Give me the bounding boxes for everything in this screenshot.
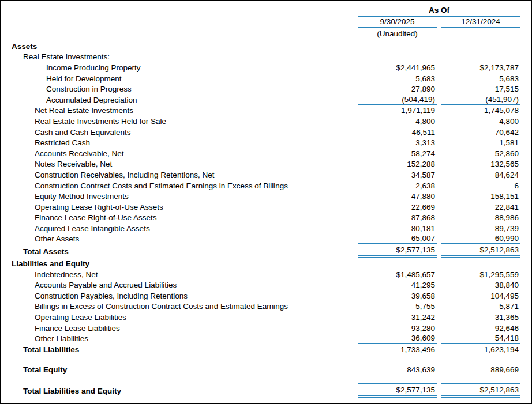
- value-current-period: 47,880: [358, 191, 437, 202]
- value-prior-period: 889,669: [441, 365, 520, 376]
- value-current-period: 34,587: [358, 169, 437, 180]
- row-label: Total Liabilities and Equity: [1, 387, 358, 395]
- table-row: Real Estate Investments:: [1, 52, 531, 63]
- row-label: Total Assets: [1, 247, 358, 256]
- row-label: Construction in Progress: [1, 85, 358, 93]
- table-row: Operating Lease Right-of-Use Assets22,66…: [1, 202, 531, 213]
- value-prior-period: 4,800: [441, 116, 520, 127]
- table-row: Total Liabilities and Equity$2,577,135$2…: [1, 383, 531, 398]
- table-row: Net Real Estate Investments1,971,1191,74…: [1, 105, 531, 116]
- row-label: Accumulated Depreciation: [1, 96, 358, 104]
- row-label: Operating Lease Right-of-Use Assets: [1, 203, 358, 212]
- value-current-period: 5,755: [358, 301, 437, 312]
- value-current-period: 2,638: [358, 180, 437, 191]
- value-current-period: 1,971,119: [358, 105, 437, 116]
- table-row: Total Equity843,639889,669: [1, 365, 531, 376]
- value-current-period: 843,639: [358, 365, 437, 376]
- value-prior-period: 104,495: [441, 290, 520, 301]
- value-prior-period: 6: [441, 180, 520, 191]
- value-prior-period: 31,365: [441, 312, 520, 323]
- value-prior-period: 158,151: [441, 191, 520, 202]
- value-prior-period: $2,512,863: [441, 244, 520, 258]
- table-row: Assets: [1, 41, 531, 52]
- table-row: Notes Receivable, Net152,288132,565: [1, 159, 531, 170]
- table-row: Construction Payables, Including Retenti…: [1, 290, 531, 301]
- row-label: Notes Receivable, Net: [1, 160, 358, 168]
- row-label: Cash and Cash Equivalents: [1, 128, 358, 137]
- row-label: Billings in Excess of Construction Contr…: [1, 302, 358, 311]
- table-row: Accounts Payable and Accrued Liabilities…: [1, 280, 531, 290]
- value-prior-period: $2,512,863: [441, 383, 520, 398]
- spacer-row: [1, 355, 531, 365]
- spacer-row: [1, 375, 531, 383]
- value-current-period: $1,485,657: [358, 269, 437, 280]
- table-row: Liabilities and Equity: [1, 258, 531, 269]
- table-row: Indebtedness, Net$1,485,657$1,295,559: [1, 269, 531, 280]
- value-current-period: 31,242: [358, 312, 437, 323]
- table-row: Other Assets65,00760,990: [1, 234, 531, 245]
- value-current-period: $2,577,135: [358, 244, 437, 258]
- table-row: Income Producing Property$2,441,965$2,17…: [1, 62, 531, 73]
- value-prior-period: [441, 41, 520, 52]
- row-label: Real Estate Investments Held for Sale: [1, 117, 358, 126]
- row-label: Other Liabilities: [1, 334, 358, 343]
- column-headers-row: 9/30/2025 12/31/2024: [1, 17, 531, 28]
- value-prior-period: 38,840: [441, 280, 520, 290]
- table-row: Accounts Receivable, Net58,27452,860: [1, 148, 531, 159]
- value-prior-period: 89,739: [441, 223, 520, 234]
- value-current-period: 87,868: [358, 213, 437, 224]
- value-prior-period: 52,860: [441, 148, 520, 159]
- value-current-period: (504,419): [358, 95, 437, 105]
- statement-rows: AssetsReal Estate Investments:Income Pro…: [1, 41, 531, 398]
- value-current-period: [358, 258, 437, 269]
- value-prior-period: 70,642: [441, 127, 520, 138]
- unaudited-note: (Unaudited): [358, 29, 437, 38]
- as-of-label: As Of: [358, 6, 520, 17]
- value-current-period: 4,800: [358, 116, 437, 127]
- row-label: Held for Development: [1, 74, 358, 83]
- value-current-period: 93,280: [358, 323, 437, 334]
- table-row: Construction in Progress27,89017,515: [1, 84, 531, 95]
- table-row: Finance Lease Right-of-Use Assets87,8688…: [1, 213, 531, 224]
- value-current-period: 46,511: [358, 127, 437, 138]
- value-prior-period: 22,841: [441, 202, 520, 213]
- balance-sheet-page: As Of 9/30/2025 12/31/2024 (Unaudited) A…: [0, 0, 532, 404]
- value-prior-period: 5,683: [441, 73, 520, 84]
- value-current-period: [358, 41, 437, 52]
- row-label: Construction Payables, Including Retenti…: [1, 292, 358, 300]
- value-current-period: [358, 52, 437, 63]
- row-label: Accounts Receivable, Net: [1, 149, 358, 158]
- row-label: Finance Lease Right-of-Use Assets: [1, 213, 358, 222]
- row-label: Real Estate Investments:: [1, 52, 358, 61]
- column-header-current-date: 9/30/2025: [358, 17, 437, 28]
- value-current-period: 80,181: [358, 223, 437, 234]
- table-row: Real Estate Investments Held for Sale4,8…: [1, 116, 531, 127]
- value-prior-period: (451,907): [441, 95, 520, 105]
- table-row: Accumulated Depreciation(504,419)(451,90…: [1, 95, 531, 105]
- value-current-period: 58,274: [358, 148, 437, 159]
- table-row: Total Liabilities1,733,4961,623,194: [1, 344, 531, 355]
- value-prior-period: 84,624: [441, 169, 520, 180]
- value-prior-period: 1,745,078: [441, 105, 520, 116]
- row-label: Liabilities and Equity: [1, 259, 358, 268]
- value-prior-period: [441, 258, 520, 269]
- table-row: Operating Lease Liabilities31,24231,365: [1, 312, 531, 323]
- value-current-period: 27,890: [358, 84, 437, 95]
- table-row: Billings in Excess of Construction Contr…: [1, 301, 531, 312]
- as-of-header-row: As Of: [1, 4, 531, 17]
- row-label: Restricted Cash: [1, 138, 358, 147]
- value-prior-period: [441, 52, 520, 63]
- value-current-period: $2,577,135: [358, 383, 437, 398]
- table-row: Construction Contract Costs and Estimate…: [1, 180, 531, 191]
- value-current-period: 39,658: [358, 290, 437, 301]
- value-prior-period: 132,565: [441, 159, 520, 170]
- row-label: Accounts Payable and Accrued Liabilities: [1, 281, 358, 289]
- row-label: Income Producing Property: [1, 63, 358, 72]
- row-label: Indebtedness, Net: [1, 270, 358, 279]
- value-current-period: 3,313: [358, 137, 437, 148]
- row-label: Equity Method Investments: [1, 192, 358, 201]
- value-current-period: 5,683: [358, 73, 437, 84]
- value-current-period: 22,669: [358, 202, 437, 213]
- value-current-period: $2,441,965: [358, 62, 437, 73]
- value-prior-period: 5,871: [441, 301, 520, 312]
